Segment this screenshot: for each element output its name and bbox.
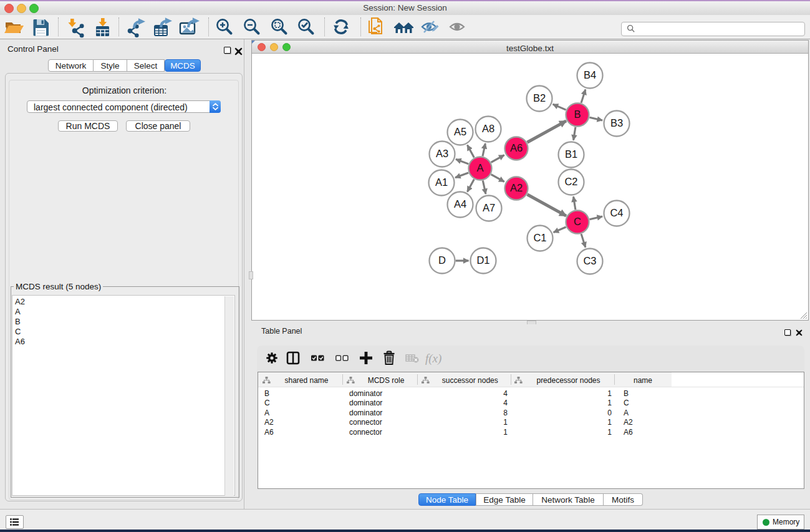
svg-text:C: C xyxy=(574,216,581,227)
svg-text:C2: C2 xyxy=(564,176,577,187)
svg-text:C4: C4 xyxy=(610,207,623,218)
svg-text:C1: C1 xyxy=(533,232,546,243)
svg-text:B4: B4 xyxy=(584,69,596,80)
svg-text:D: D xyxy=(438,254,446,266)
svg-text:A7: A7 xyxy=(483,202,495,213)
svg-text:D1: D1 xyxy=(476,254,489,266)
svg-text:A1: A1 xyxy=(435,177,448,188)
svg-text:B3: B3 xyxy=(610,117,623,128)
svg-text:A2: A2 xyxy=(510,182,523,193)
svg-text:A6: A6 xyxy=(510,142,523,153)
svg-text:A8: A8 xyxy=(482,123,494,134)
svg-text:f(x): f(x) xyxy=(425,352,441,365)
svg-text:B1: B1 xyxy=(565,148,577,160)
svg-text:A4: A4 xyxy=(454,198,466,210)
svg-text:C3: C3 xyxy=(583,255,596,266)
svg-text:A: A xyxy=(476,162,483,173)
svg-text:B2: B2 xyxy=(533,92,546,104)
svg-text:A5: A5 xyxy=(454,126,466,137)
svg-text:B: B xyxy=(574,109,581,120)
svg-text:A3: A3 xyxy=(436,148,448,159)
